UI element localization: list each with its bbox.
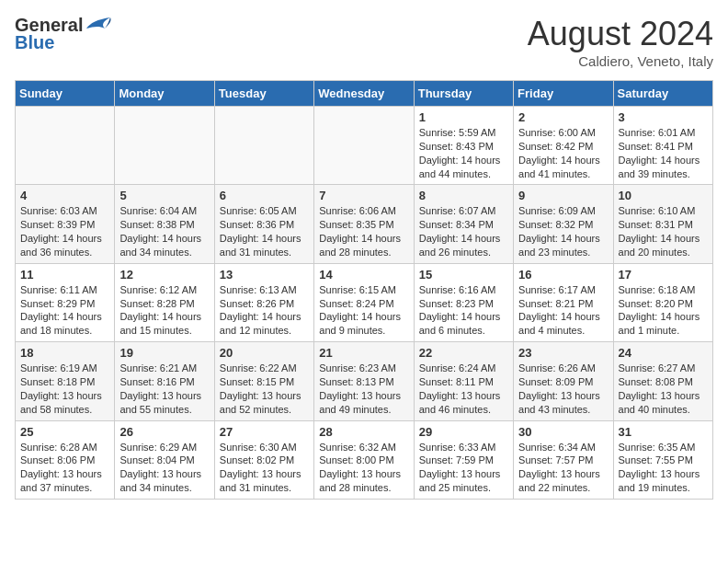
logo: General Blue	[15, 15, 112, 53]
day-info: Sunset: 8:00 PM	[319, 454, 408, 467]
day-info: Sunrise: 6:22 AM	[220, 362, 309, 375]
day-info: Sunset: 7:55 PM	[619, 454, 708, 467]
day-info: Sunset: 8:11 PM	[419, 375, 508, 389]
calendar-week-row: 25Sunrise: 6:28 AMSunset: 8:06 PMDayligh…	[16, 420, 713, 499]
calendar-cell: 22Sunrise: 6:24 AMSunset: 8:11 PMDayligh…	[414, 342, 513, 420]
calendar-cell: 21Sunrise: 6:23 AMSunset: 8:13 PMDayligh…	[314, 342, 414, 420]
day-info: Daylight: 14 hours and 23 minutes.	[518, 232, 608, 259]
day-info: Daylight: 13 hours and 31 minutes.	[220, 467, 309, 495]
calendar-cell: 28Sunrise: 6:32 AMSunset: 8:00 PMDayligh…	[314, 420, 414, 499]
day-number: 20	[220, 346, 309, 360]
day-of-week-header: Sunday	[16, 81, 115, 107]
month-year-title: August 2024	[528, 15, 713, 53]
day-info: Sunrise: 6:04 AM	[119, 204, 209, 218]
calendar-week-row: 11Sunrise: 6:11 AMSunset: 8:29 PMDayligh…	[16, 263, 713, 341]
day-info: Sunset: 8:16 PM	[119, 375, 209, 389]
day-info: Daylight: 13 hours and 25 minutes.	[419, 467, 508, 495]
day-info: Sunrise: 6:26 AM	[518, 362, 608, 375]
day-info: Sunrise: 6:30 AM	[220, 441, 309, 454]
day-info: Sunset: 8:18 PM	[20, 375, 109, 389]
day-number: 13	[220, 268, 309, 282]
calendar-cell: 25Sunrise: 6:28 AMSunset: 8:06 PMDayligh…	[16, 420, 115, 499]
calendar-cell: 26Sunrise: 6:29 AMSunset: 8:04 PMDayligh…	[115, 420, 214, 499]
day-number: 15	[419, 268, 508, 282]
day-info: Sunset: 8:21 PM	[518, 297, 608, 311]
day-info: Sunset: 8:13 PM	[319, 375, 408, 389]
page-header: General Blue August 2024 Caldiero, Venet…	[15, 15, 713, 69]
day-info: Daylight: 13 hours and 40 minutes.	[619, 389, 708, 417]
day-info: Sunset: 8:06 PM	[20, 454, 109, 467]
day-info: Sunset: 7:57 PM	[518, 454, 608, 467]
calendar-cell: 11Sunrise: 6:11 AMSunset: 8:29 PMDayligh…	[16, 263, 115, 341]
day-number: 3	[619, 110, 708, 124]
day-info: Sunset: 8:29 PM	[20, 297, 109, 311]
day-info: Sunset: 8:24 PM	[319, 297, 408, 311]
calendar-cell: 6Sunrise: 6:05 AMSunset: 8:36 PMDaylight…	[214, 185, 313, 263]
day-info: Daylight: 13 hours and 58 minutes.	[20, 389, 109, 417]
day-info: Sunset: 8:20 PM	[619, 297, 708, 311]
day-info: Daylight: 14 hours and 1 minute.	[619, 310, 708, 338]
day-number: 10	[619, 189, 708, 202]
day-number: 16	[518, 268, 608, 282]
day-number: 24	[619, 346, 708, 360]
location-text: Caldiero, Veneto, Italy	[528, 53, 713, 69]
day-info: Sunset: 8:39 PM	[20, 218, 109, 232]
day-info: Sunset: 8:31 PM	[619, 218, 708, 232]
calendar-cell: 15Sunrise: 6:16 AMSunset: 8:23 PMDayligh…	[414, 263, 513, 341]
day-info: Sunrise: 5:59 AM	[419, 126, 508, 140]
calendar-cell: 23Sunrise: 6:26 AMSunset: 8:09 PMDayligh…	[514, 342, 613, 420]
day-number: 4	[20, 189, 109, 202]
day-info: Daylight: 13 hours and 22 minutes.	[518, 467, 608, 495]
day-info: Sunrise: 6:23 AM	[319, 362, 408, 375]
day-info: Sunrise: 6:00 AM	[518, 126, 608, 140]
day-number: 12	[119, 268, 209, 282]
day-info: Sunrise: 6:28 AM	[20, 441, 109, 454]
day-number: 1	[419, 110, 508, 124]
calendar-cell: 1Sunrise: 5:59 AMSunset: 8:43 PMDaylight…	[414, 107, 513, 185]
day-info: Daylight: 13 hours and 55 minutes.	[119, 389, 209, 417]
day-info: Sunset: 8:34 PM	[419, 218, 508, 232]
day-number: 9	[518, 189, 608, 202]
logo-bird-icon	[85, 16, 112, 36]
day-of-week-header: Wednesday	[314, 81, 414, 107]
day-info: Daylight: 14 hours and 26 minutes.	[419, 232, 508, 259]
day-info: Daylight: 14 hours and 6 minutes.	[419, 310, 508, 338]
day-info: Sunset: 8:42 PM	[518, 140, 608, 154]
day-info: Daylight: 14 hours and 9 minutes.	[319, 310, 408, 338]
title-block: August 2024 Caldiero, Veneto, Italy	[528, 15, 713, 69]
day-info: Sunrise: 6:03 AM	[20, 204, 109, 218]
day-number: 27	[220, 425, 309, 439]
day-info: Sunset: 8:23 PM	[419, 297, 508, 311]
day-info: Sunset: 8:04 PM	[119, 454, 209, 467]
day-number: 28	[319, 425, 408, 439]
calendar-cell: 10Sunrise: 6:10 AMSunset: 8:31 PMDayligh…	[613, 185, 712, 263]
day-info: Daylight: 13 hours and 52 minutes.	[220, 389, 309, 417]
calendar-cell	[314, 107, 414, 185]
day-number: 22	[419, 346, 508, 360]
calendar-cell	[214, 107, 313, 185]
day-info: Sunrise: 6:35 AM	[619, 441, 708, 454]
day-of-week-header: Tuesday	[214, 81, 313, 107]
calendar-cell: 24Sunrise: 6:27 AMSunset: 8:08 PMDayligh…	[613, 342, 712, 420]
day-info: Sunset: 8:36 PM	[220, 218, 309, 232]
day-number: 7	[319, 189, 408, 202]
calendar-cell	[115, 107, 214, 185]
day-number: 31	[619, 425, 708, 439]
day-info: Sunrise: 6:19 AM	[20, 362, 109, 375]
day-info: Daylight: 14 hours and 31 minutes.	[220, 232, 309, 259]
day-number: 30	[518, 425, 608, 439]
calendar-cell: 8Sunrise: 6:07 AMSunset: 8:34 PMDaylight…	[414, 185, 513, 263]
day-info: Daylight: 14 hours and 15 minutes.	[119, 310, 209, 338]
calendar-cell: 29Sunrise: 6:33 AMSunset: 7:59 PMDayligh…	[414, 420, 513, 499]
day-info: Sunrise: 6:24 AM	[419, 362, 508, 375]
calendar-cell: 14Sunrise: 6:15 AMSunset: 8:24 PMDayligh…	[314, 263, 414, 341]
day-number: 8	[419, 189, 508, 202]
calendar-cell: 19Sunrise: 6:21 AMSunset: 8:16 PMDayligh…	[115, 342, 214, 420]
calendar-table: SundayMondayTuesdayWednesdayThursdayFrid…	[15, 80, 713, 500]
day-info: Sunrise: 6:05 AM	[220, 204, 309, 218]
day-info: Sunrise: 6:09 AM	[518, 204, 608, 218]
day-number: 19	[119, 346, 209, 360]
day-info: Sunrise: 6:29 AM	[119, 441, 209, 454]
day-info: Sunset: 8:15 PM	[220, 375, 309, 389]
day-info: Sunrise: 6:18 AM	[619, 283, 708, 297]
